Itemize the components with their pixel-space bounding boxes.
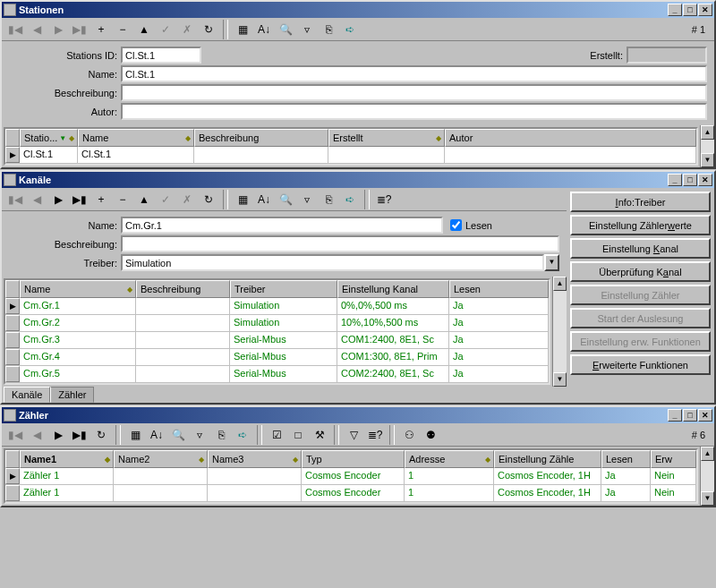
scroll-down-icon[interactable]: ▼	[701, 153, 714, 167]
nav-prev-icon[interactable]: ◀	[27, 190, 47, 209]
grid-icon[interactable]: ▦	[125, 425, 145, 445]
tab-kanaele[interactable]: Kanäle	[4, 387, 50, 403]
grid-icon[interactable]: ▦	[233, 20, 252, 39]
sort-icon[interactable]: A↓	[254, 20, 274, 39]
chevron-down-icon[interactable]: ▼	[544, 254, 559, 271]
col-einstellung[interactable]: Einstellung Zähle	[494, 450, 601, 468]
titlebar-zaehler[interactable]: Zähler _ □ ✕	[2, 407, 714, 423]
input-treiber[interactable]	[121, 254, 544, 271]
col-name2[interactable]: Name2◆	[114, 450, 208, 468]
scrollbar-zaehler[interactable]: ▲ ▼	[700, 447, 714, 506]
col-name[interactable]: Name◆	[20, 280, 136, 298]
props-icon[interactable]: ☑	[267, 425, 286, 445]
help-icon[interactable]: ≣?	[365, 425, 385, 445]
maximize-button[interactable]: □	[683, 4, 697, 16]
refresh-icon[interactable]: ↻	[199, 20, 218, 39]
filter-icon[interactable]: ▿	[297, 190, 317, 209]
find-icon[interactable]: 🔍	[276, 20, 295, 39]
col-lesen[interactable]: Lesen	[449, 280, 549, 298]
tool-icon[interactable]: ⚒	[310, 425, 329, 445]
input-name[interactable]	[121, 65, 707, 82]
input-autor[interactable]	[121, 103, 707, 120]
button-info-treiber[interactable]: Info:Treiber	[570, 192, 711, 212]
minimize-button[interactable]: _	[668, 4, 682, 16]
check-icon[interactable]: ✓	[156, 20, 175, 39]
scrollbar-stationen[interactable]: ▲ ▼	[700, 125, 714, 167]
col-statio[interactable]: Statio...▼◆	[20, 129, 78, 147]
filter-icon[interactable]: ▿	[190, 425, 209, 445]
copy-icon[interactable]: ⎘	[211, 425, 231, 445]
col-erstellt[interactable]: Erstellt◆	[328, 129, 445, 147]
find-icon[interactable]: 🔍	[276, 190, 295, 209]
remove-icon[interactable]: −	[113, 20, 132, 39]
button-ueberpruefung-kanal[interactable]: Überprüfung Kanal	[570, 261, 711, 282]
scroll-down-icon[interactable]: ▼	[553, 372, 567, 387]
tree2-icon[interactable]: ⚉	[421, 425, 440, 445]
minimize-button[interactable]: _	[668, 409, 682, 422]
scrollbar-kanaele[interactable]: ▲ ▼	[552, 277, 567, 387]
edit-icon[interactable]: ▲	[134, 190, 154, 209]
input-name[interactable]	[121, 217, 443, 234]
table-row[interactable]: Cm.Gr.3Serial-MbusCOM1:2400, 8E1, ScJa	[5, 332, 549, 349]
nav-first-icon[interactable]: ▮◀	[5, 190, 25, 209]
refresh-icon[interactable]: ↻	[91, 425, 111, 445]
titlebar-stationen[interactable]: Stationen _ □ ✕	[2, 2, 714, 18]
col-name1[interactable]: Name1◆	[20, 450, 114, 468]
close-button[interactable]: ✕	[698, 409, 712, 422]
table-row[interactable]: ▶ Cl.St.1 Cl.St.1	[5, 147, 696, 164]
button-erweiterte-funktionen[interactable]: Erweiterte Funktionen	[570, 354, 711, 375]
nav-last-icon[interactable]: ▶▮	[70, 425, 90, 445]
col-erw[interactable]: Erw	[651, 450, 696, 468]
col-beschreibung[interactable]: Beschreibung	[194, 129, 328, 147]
col-marker[interactable]	[5, 280, 20, 298]
col-typ[interactable]: Typ	[302, 450, 405, 468]
titlebar-kanaele[interactable]: Kanäle _ □ ✕	[2, 172, 714, 188]
col-einstellung[interactable]: Einstellung Kanal	[337, 280, 449, 298]
col-treiber[interactable]: Treiber	[230, 280, 337, 298]
input-beschreibung[interactable]	[121, 84, 707, 101]
copy-icon[interactable]: ⎘	[319, 190, 338, 209]
sort-icon[interactable]: A↓	[254, 190, 274, 209]
col-name[interactable]: Name◆	[78, 129, 194, 147]
table-row[interactable]: ▶Zähler 1Cosmos Encoder1Cosmos Encoder, …	[5, 468, 696, 485]
check-icon[interactable]: ✓	[156, 190, 175, 209]
checkbox-lesen[interactable]: Lesen	[450, 219, 492, 231]
scroll-down-icon[interactable]: ▼	[701, 491, 714, 506]
sort-icon[interactable]: A↓	[147, 425, 166, 445]
col-name3[interactable]: Name3◆	[208, 450, 302, 468]
scroll-up-icon[interactable]: ▲	[701, 447, 714, 461]
button-einstellung-kanal[interactable]: Einstellung Kanal	[570, 238, 711, 259]
edit-icon[interactable]: ▲	[134, 20, 154, 39]
maximize-button[interactable]: □	[683, 174, 697, 186]
nav-next-icon[interactable]: ▶	[48, 20, 68, 39]
cancel-icon[interactable]: ✗	[177, 20, 197, 39]
maximize-button[interactable]: □	[683, 409, 697, 422]
col-beschreibung[interactable]: Beschreibung	[136, 280, 230, 298]
remove-icon[interactable]: −	[113, 190, 132, 209]
col-marker[interactable]	[5, 129, 20, 147]
table-row[interactable]: Zähler 1Cosmos Encoder1Cosmos Encoder, 1…	[5, 485, 696, 502]
col-lesen[interactable]: Lesen	[601, 450, 651, 468]
combo-treiber[interactable]: ▼	[121, 254, 559, 271]
table-row[interactable]: ▶Cm.Gr.1Simulation0%,0%,500 msJa	[5, 298, 549, 315]
add-icon[interactable]: +	[91, 190, 111, 209]
button-einstellung-zaehlerwerte[interactable]: Einstellung Zählerwerte	[570, 215, 711, 235]
close-button[interactable]: ✕	[698, 4, 712, 16]
checkbox-lesen-input[interactable]	[450, 219, 462, 231]
arrow-icon[interactable]: ➪	[340, 190, 360, 209]
nav-last-icon[interactable]: ▶▮	[70, 20, 90, 39]
table-row[interactable]: Cm.Gr.2Simulation10%,10%,500 msJa	[5, 315, 549, 332]
nav-last-icon[interactable]: ▶▮	[70, 190, 90, 209]
scroll-up-icon[interactable]: ▲	[701, 125, 714, 140]
nav-first-icon[interactable]: ▮◀	[5, 425, 25, 445]
col-adresse[interactable]: Adresse◆	[405, 450, 494, 468]
grid-icon[interactable]: ▦	[233, 190, 252, 209]
scroll-up-icon[interactable]: ▲	[553, 277, 567, 291]
nav-prev-icon[interactable]: ◀	[27, 425, 47, 445]
nav-next-icon[interactable]: ▶	[48, 425, 68, 445]
arrow-icon[interactable]: ➪	[340, 20, 360, 39]
table-row[interactable]: Cm.Gr.5Serial-MbusCOM2:2400, 8E1, ScJa	[5, 366, 549, 383]
filter-icon[interactable]: ▿	[297, 20, 317, 39]
input-beschreibung[interactable]	[121, 235, 559, 252]
nav-first-icon[interactable]: ▮◀	[5, 20, 25, 39]
